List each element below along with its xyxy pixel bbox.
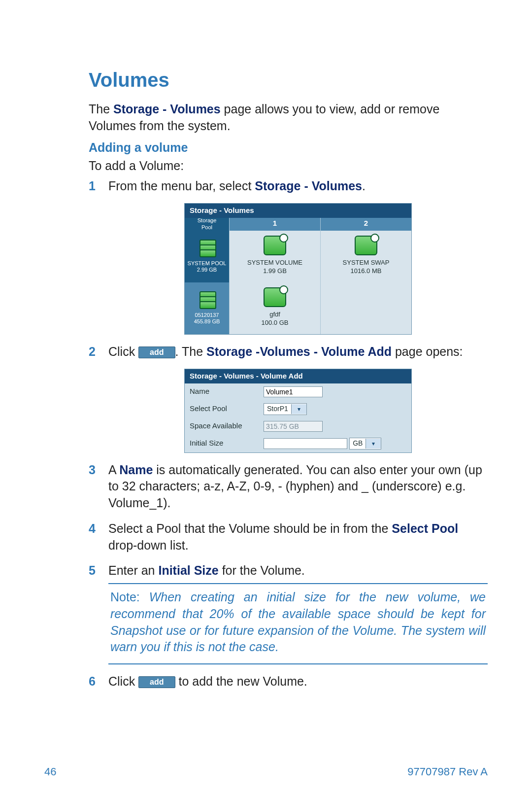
select-pool-label: Select Pool	[190, 404, 264, 414]
text: to add the new Volume.	[175, 674, 307, 688]
subheading: Adding a volume	[89, 140, 488, 155]
volume-name: SYSTEM VOLUME	[232, 258, 318, 267]
text: The	[89, 102, 113, 116]
step-3: 3 A Name is automatically generated. You…	[89, 462, 488, 512]
storage-volumes-screenshot: Storage - Volumes Storage Pool 1 2 SYSTE…	[184, 203, 412, 334]
step-number: 4	[89, 520, 96, 537]
initial-size-input[interactable]	[264, 438, 347, 449]
panel-title: Storage - Volumes	[185, 204, 411, 217]
volume-name: gfdf	[232, 310, 318, 319]
add-button[interactable]: add	[138, 347, 175, 358]
pool-name: 05120137	[195, 312, 219, 318]
step-6: 6 Click add to add the new Volume.	[89, 673, 488, 690]
text: drop-down list.	[108, 538, 189, 552]
text: Enter an	[108, 563, 158, 577]
lead-paragraph: The Storage - Volumes page allows you to…	[89, 101, 488, 135]
storage-volumes-label: Storage - Volumes	[113, 102, 221, 116]
initial-size-field-label: Initial Size	[158, 563, 218, 577]
volume-name: SYSTEM SWAP	[323, 258, 409, 267]
empty-cell	[320, 282, 411, 334]
text: Click	[108, 345, 138, 358]
select-value: StorP1	[264, 404, 291, 414]
chevron-down-icon: ▾	[366, 439, 381, 449]
pool-size: 2.99 GB	[197, 267, 217, 273]
volume-size: 1016.0 MB	[323, 267, 409, 276]
step-2: 2 Click add. The Storage -Volumes - Volu…	[89, 344, 488, 453]
system-pool-cell[interactable]: SYSTEM POOL 2.99 GB	[185, 231, 229, 282]
step-number: 1	[89, 178, 96, 195]
note-text: When creating an initial size for the ne…	[110, 590, 486, 654]
text: page opens:	[392, 345, 463, 358]
volume-add-page-label: Storage -Volumes - Volume Add	[206, 345, 392, 358]
page-number: 46	[44, 765, 56, 778]
volume-size: 100.0 GB	[232, 318, 318, 327]
column-1-header: 1	[229, 218, 320, 231]
step-number: 5	[89, 562, 96, 579]
column-2-header: 2	[320, 218, 411, 231]
pool-2-cell[interactable]: 05120137 455.89 GB	[185, 282, 229, 334]
text: . The	[175, 345, 206, 358]
space-available-field	[264, 421, 323, 432]
note-label: Note:	[110, 590, 140, 604]
storage-pool-header: Storage Pool	[185, 218, 229, 231]
text: Select a Pool that the Volume should be …	[108, 521, 392, 535]
text: for the Volume.	[219, 563, 305, 577]
system-swap-cell[interactable]: SYSTEM SWAP 1016.0 MB	[320, 231, 411, 282]
volume-icon	[264, 287, 286, 307]
name-input[interactable]	[264, 386, 323, 397]
name-label: Name	[190, 386, 264, 396]
space-available-label: Space Available	[190, 421, 264, 431]
intro-text: To add a Volume:	[89, 159, 488, 173]
step-number: 2	[89, 344, 96, 360]
chevron-down-icon: ▾	[291, 404, 306, 414]
text: A	[108, 463, 119, 477]
text: From the menu bar, select	[108, 179, 255, 193]
step-number: 3	[89, 462, 96, 479]
note-block: Note: When creating an initial size for …	[108, 583, 488, 664]
select-pool-field-label: Select Pool	[392, 521, 458, 535]
volume-add-screenshot: Storage - Volumes - Volume Add Name Sele…	[184, 369, 412, 452]
volume-icon	[355, 236, 377, 255]
add-button[interactable]: add	[138, 676, 175, 688]
text: Click	[108, 674, 138, 688]
pool-size: 455.89 GB	[194, 318, 220, 325]
select-pool-dropdown[interactable]: StorP1▾	[264, 403, 307, 415]
pool-name: SYSTEM POOL	[188, 260, 227, 267]
system-volume-cell[interactable]: SYSTEM VOLUME 1.99 GB	[229, 231, 320, 282]
volume-gfdf-cell[interactable]: gfdf 100.0 GB	[229, 282, 320, 334]
name-field-label: Name	[119, 463, 153, 477]
doc-revision: 97707987 Rev A	[407, 765, 488, 778]
page-title: Volumes	[89, 69, 488, 91]
panel-title: Storage - Volumes - Volume Add	[185, 369, 411, 383]
select-value: GB	[350, 439, 366, 448]
unit-dropdown[interactable]: GB▾	[349, 438, 381, 450]
initial-size-label: Initial Size	[190, 438, 264, 448]
volume-icon	[264, 236, 286, 255]
text: is automatically generated. You can also…	[108, 463, 482, 510]
step-5: 5 Enter an Initial Size for the Volume. …	[89, 562, 488, 664]
menu-path: Storage - Volumes	[255, 179, 362, 193]
step-4: 4 Select a Pool that the Volume should b…	[89, 520, 488, 554]
volume-size: 1.99 GB	[232, 267, 318, 276]
step-number: 6	[89, 673, 96, 690]
step-1: 1 From the menu bar, select Storage - Vo…	[89, 178, 488, 335]
text: .	[362, 179, 366, 193]
